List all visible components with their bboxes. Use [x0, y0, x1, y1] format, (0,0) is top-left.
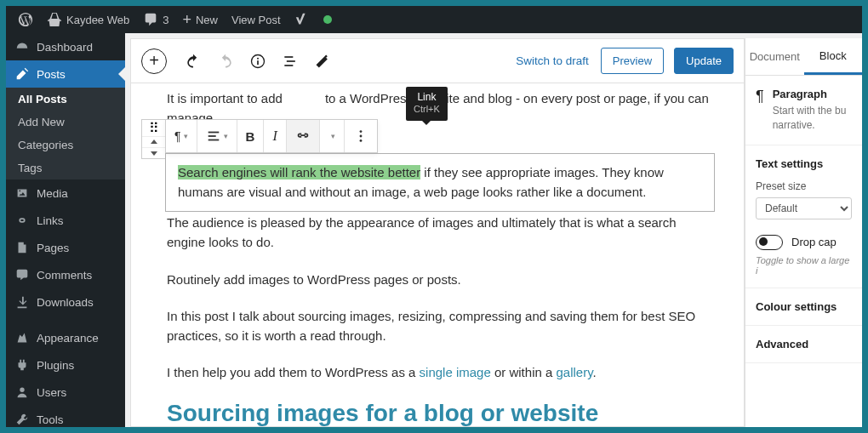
menu-dashboard[interactable]: Dashboard — [6, 33, 125, 60]
svg-rect-7 — [208, 135, 215, 137]
block-more-button[interactable] — [345, 120, 377, 152]
info-button[interactable] — [243, 47, 272, 76]
menu-media[interactable]: Media — [6, 179, 125, 207]
align-button[interactable]: ▾ — [197, 120, 237, 152]
tab-document[interactable]: Document — [745, 38, 804, 75]
menu-appearance[interactable]: Appearance — [6, 324, 125, 351]
new-content[interactable]: +New — [175, 6, 225, 33]
menu-pages[interactable]: Pages — [6, 234, 125, 261]
menu-tools[interactable]: Tools — [6, 406, 125, 427]
text-settings-heading: Text settings — [756, 157, 852, 170]
svg-rect-5 — [284, 65, 293, 66]
drop-cap-hint: Toggle to show a large i — [756, 255, 852, 276]
submenu-add-new[interactable]: Add New — [6, 111, 125, 134]
undo-button[interactable] — [179, 47, 208, 76]
add-block-button[interactable]: + — [141, 48, 167, 74]
bold-button[interactable]: B — [237, 120, 265, 152]
paragraph-block[interactable]: I then help you add them to WordPress as… — [140, 362, 715, 382]
comments-count[interactable]: 3 — [136, 6, 175, 33]
svg-point-11 — [359, 140, 362, 142]
svg-rect-8 — [208, 140, 219, 141]
redo-button[interactable] — [211, 47, 240, 76]
tab-block[interactable]: Block — [804, 38, 863, 75]
paragraph-block[interactable]: Routinely add images to WordPress pages … — [140, 270, 715, 289]
italic-button[interactable]: I — [264, 120, 286, 152]
svg-point-9 — [359, 130, 362, 133]
preset-size-select[interactable]: Default — [756, 197, 852, 219]
preset-size-label: Preset size — [756, 180, 852, 192]
svg-rect-3 — [284, 56, 293, 58]
svg-point-1 — [257, 57, 259, 59]
submenu-categories[interactable]: Categories — [6, 134, 125, 157]
advanced-accordion[interactable]: Advanced — [745, 326, 862, 363]
status-dot — [317, 6, 339, 33]
drop-cap-label: Drop cap — [791, 236, 837, 248]
single-image-link[interactable]: single image — [420, 365, 491, 379]
inspector-panel: Document Block ¶ Paragraph Start with th… — [745, 38, 862, 427]
block-mover[interactable]: ⠿ — [141, 119, 165, 159]
move-up-icon[interactable] — [142, 137, 165, 148]
site-name[interactable]: Kaydee Web — [40, 6, 136, 33]
update-button[interactable]: Update — [674, 48, 734, 74]
gallery-link[interactable]: gallery — [556, 365, 592, 379]
editor-toolbar: + Switch to draft Preview Update — [131, 39, 744, 83]
svg-rect-6 — [208, 132, 219, 134]
block-description: Start with the bu narrative. — [773, 104, 852, 133]
paragraph-block[interactable]: The audience is pleased by the appearanc… — [140, 213, 715, 253]
block-type-label: Paragraph — [773, 88, 852, 100]
link-button[interactable] — [287, 120, 320, 152]
view-post[interactable]: View Post — [225, 6, 288, 33]
colour-settings-accordion[interactable]: Colour settings — [745, 288, 862, 326]
drop-cap-toggle[interactable] — [756, 235, 783, 250]
menu-plugins[interactable]: Plugins — [6, 351, 125, 379]
yoast-icon[interactable] — [288, 6, 317, 33]
menu-downloads[interactable]: Downloads — [6, 288, 125, 316]
admin-menu: Dashboard Posts All Posts Add New Catego… — [6, 33, 125, 427]
menu-users[interactable]: Users — [6, 379, 125, 406]
outline-button[interactable] — [276, 47, 305, 76]
edit-mode-button[interactable] — [308, 47, 337, 76]
drag-handle-icon[interactable]: ⠿ — [142, 120, 165, 137]
paragraph-icon: ¶ — [756, 88, 764, 133]
submenu-tags[interactable]: Tags — [6, 157, 125, 179]
link-tooltip: Link Ctrl+K — [406, 87, 448, 121]
menu-links[interactable]: Links — [6, 207, 125, 234]
more-rich-text-button[interactable]: ▾ — [320, 120, 345, 152]
heading-block[interactable]: Sourcing images for a blog or website — [140, 400, 715, 427]
move-down-icon[interactable] — [142, 148, 165, 158]
svg-point-10 — [359, 135, 362, 138]
selected-paragraph-block[interactable]: Search engines will rank the website bet… — [165, 153, 715, 212]
block-type-button[interactable]: ¶▾ — [166, 120, 197, 152]
switch-to-draft[interactable]: Switch to draft — [507, 54, 597, 67]
menu-posts[interactable]: Posts — [6, 60, 125, 88]
preview-button[interactable]: Preview — [601, 48, 664, 74]
wp-logo[interactable] — [11, 6, 40, 33]
svg-rect-4 — [287, 60, 295, 62]
svg-rect-2 — [257, 60, 259, 65]
highlighted-text[interactable]: Search engines will rank the website bet… — [178, 165, 420, 179]
paragraph-block[interactable]: In this post I talk about sourcing image… — [140, 306, 715, 346]
submenu-all-posts[interactable]: All Posts — [6, 88, 125, 111]
menu-comments[interactable]: Comments — [6, 261, 125, 288]
